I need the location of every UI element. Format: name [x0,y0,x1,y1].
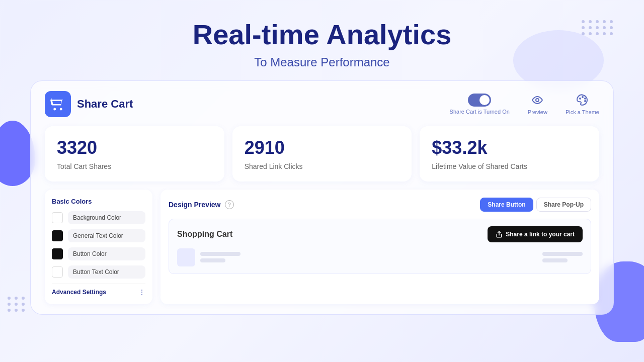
dots-decoration-bottom [8,297,26,312]
svg-point-1 [580,98,581,99]
theme-button[interactable]: Pick a Theme [566,93,599,115]
stat-label-2: Lifetime Value of Shared Carts [432,162,587,170]
cart-icon [50,97,65,112]
share-cart-toggle-area: Share Cart is Turned On [450,94,510,115]
design-title-area: Design Preview ? [169,200,234,209]
color-swatch-2[interactable] [52,248,63,259]
preview-item-lines [200,252,240,262]
design-panel: Design Preview ? Share Button Share Pop-… [160,190,599,304]
app-icon [45,91,71,117]
advanced-settings-chevron-icon[interactable]: ⋮ [138,288,145,296]
color-row-3: Button Text Color [52,265,145,279]
theme-label: Pick a Theme [566,109,599,115]
color-swatch-1[interactable] [52,230,63,241]
color-label-btn-2[interactable]: Button Color [68,247,145,260]
design-preview-title: Design Preview [169,201,221,209]
color-row-2: Button Color [52,247,145,260]
colors-panel: Basic Colors Background Color General Te… [45,190,152,304]
page-subtitle: To Measure Performance [0,55,644,69]
colors-section-title: Basic Colors [52,198,145,205]
preview-button[interactable]: Preview [528,93,547,115]
preview-right-line-1 [542,252,583,256]
help-icon[interactable]: ? [225,200,234,209]
stat-card-2: $33.2k Lifetime Value of Shared Carts [420,126,599,182]
preview-label: Preview [528,109,547,115]
stat-label-0: Total Cart Shares [57,162,212,170]
eye-icon [530,93,544,107]
tab-share-popup[interactable]: Share Pop-Up [536,198,591,212]
bottom-section: Basic Colors Background Color General Te… [45,190,599,304]
svg-point-2 [582,97,583,98]
design-panel-header: Design Preview ? Share Button Share Pop-… [169,198,591,212]
design-tab-group: Share Button Share Pop-Up [480,198,591,212]
svg-point-3 [585,98,586,99]
share-link-icon [496,231,503,238]
app-header-row: Share Cart Share Cart is Turned On Previ… [45,91,599,117]
color-swatch-0[interactable] [52,212,63,223]
app-name: Share Cart [77,98,133,111]
share-cart-toggle[interactable] [468,94,491,107]
stat-card-1: 2910 Shared Link Clicks [232,126,412,182]
preview-cart-row: Shopping Cart Share a link to your cart [177,226,583,242]
preview-box: Shopping Cart Share a link to your cart [169,219,591,274]
share-link-label: Share a link to your cart [506,231,575,238]
preview-line-short [200,258,225,262]
advanced-settings-label: Advanced Settings [52,289,106,296]
share-link-button[interactable]: Share a link to your cart [488,226,583,242]
preview-line-long [200,252,240,256]
page-header: Real-time Analytics To Measure Performan… [0,0,644,69]
stats-row: 3320 Total Cart Shares 2910 Shared Link … [45,126,599,182]
stat-card-0: 3320 Total Cart Shares [45,126,224,182]
main-card: Share Cart Share Cart is Turned On Previ… [30,80,614,315]
color-label-btn-3[interactable]: Button Text Color [68,265,145,279]
color-row-1: General Text Color [52,229,145,242]
svg-point-0 [536,99,539,102]
app-controls: Share Cart is Turned On Preview [450,93,599,115]
stat-value-1: 2910 [245,137,400,158]
stat-value-0: 3320 [57,137,212,158]
color-swatch-3[interactable] [52,266,63,278]
preview-right-lines [542,252,583,262]
stat-label-1: Shared Link Clicks [245,162,400,170]
color-label-btn-0[interactable]: Background Color [68,211,145,224]
stat-value-2: $33.2k [432,137,587,158]
app-logo-area: Share Cart [45,91,133,117]
preview-item-thumbnail [177,248,195,266]
page-title: Real-time Analytics [0,19,644,50]
color-label-btn-1[interactable]: General Text Color [68,229,145,242]
preview-cart-title: Shopping Cart [177,230,232,239]
advanced-settings-row: Advanced Settings ⋮ [52,284,145,296]
color-row-0: Background Color [52,211,145,224]
tab-share-button[interactable]: Share Button [480,198,533,212]
toggle-label: Share Cart is Turned On [450,109,510,115]
theme-icon [575,93,589,107]
preview-items-row [177,248,583,266]
toggle-knob [479,95,490,105]
preview-right-line-2 [542,258,568,262]
svg-point-4 [585,101,586,102]
